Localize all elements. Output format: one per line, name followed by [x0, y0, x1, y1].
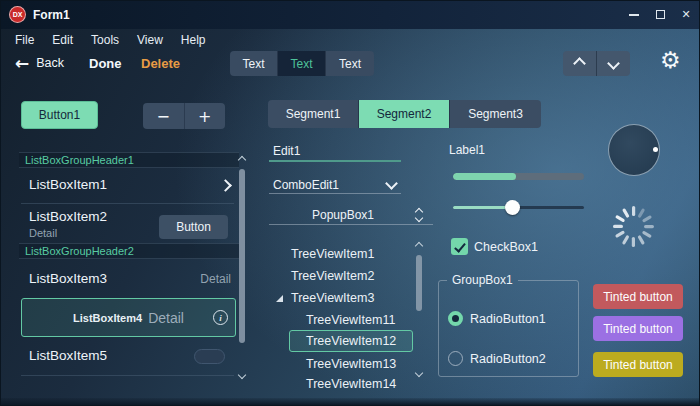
menu-help[interactable]: Help: [179, 32, 208, 48]
comboedit1-underline: [269, 193, 401, 194]
tinted-button-purple[interactable]: Tinted button: [593, 316, 683, 341]
listbox-item-5-toggle-switch[interactable]: [194, 349, 225, 364]
listbox-item-3[interactable]: ListBoxItem3 Detail: [19, 259, 239, 297]
listbox-item-2-label: ListBoxItem2: [29, 209, 107, 224]
menu-file[interactable]: File: [13, 32, 36, 48]
knob-indicator-dot: [653, 147, 658, 152]
edit1-underline: [269, 160, 401, 162]
treeview-item-12-selected[interactable]: TreeViewItem12: [289, 330, 413, 352]
tab-text-1[interactable]: Text: [230, 51, 278, 76]
tab-text-3[interactable]: Text: [326, 51, 374, 76]
window-bottom-frame: [1, 398, 700, 406]
radiobutton2[interactable]: [448, 351, 463, 366]
groupbox1-label: GroupBox1: [447, 273, 518, 287]
listbox-item-5-label: ListBoxItem5: [29, 348, 107, 363]
radiobutton2-label[interactable]: RadioButton2: [470, 352, 546, 366]
segmented-control: Segment1 Segment2 Segment3: [268, 100, 541, 128]
comboedit1-field[interactable]: ComboEdit1: [269, 175, 401, 194]
maximize-icon: [656, 10, 665, 19]
progress-bar: [453, 173, 584, 180]
back-arrow-icon: ←: [15, 55, 29, 72]
settings-gear-button[interactable]: ⚙: [660, 49, 681, 72]
listbox-group-header-2: ListBoxGroupHeader2: [19, 243, 239, 259]
app-window: DX Form1 ✕ File Edit Tools View Help ← B…: [0, 0, 700, 406]
edit1-value: Edit1: [273, 144, 300, 158]
close-button[interactable]: ✕: [675, 4, 697, 25]
radiobutton1-label[interactable]: RadioButton1: [470, 312, 546, 326]
edit1-field[interactable]: Edit1: [269, 140, 401, 162]
listbox-item-4-selected[interactable]: ListBoxItem4 Detail i: [21, 298, 236, 337]
menu-view[interactable]: View: [135, 32, 165, 48]
tinted-button-red[interactable]: Tinted button: [593, 284, 683, 309]
checkbox1-label[interactable]: CheckBox1: [474, 240, 538, 254]
up-button[interactable]: [563, 51, 597, 76]
listbox-item-2-button[interactable]: Button: [159, 215, 228, 239]
checkbox1-box[interactable]: [451, 238, 468, 255]
minus-button[interactable]: −: [143, 103, 185, 129]
listbox-item-2-detail: Detail: [29, 227, 57, 239]
check-icon: [454, 240, 466, 252]
menu-tools[interactable]: Tools: [89, 32, 121, 48]
listbox-scroll-down-icon[interactable]: [238, 371, 246, 379]
close-icon: ✕: [681, 9, 690, 20]
tree-expanded-triangle-icon[interactable]: [275, 294, 284, 303]
treeview-item-3-label: TreeViewItem3: [291, 291, 374, 305]
progress-bar-fill: [453, 173, 516, 180]
chevron-right-icon: [219, 179, 232, 192]
slider-track[interactable]: [453, 206, 584, 209]
treeview-item-12-label: TreeViewItem12: [306, 334, 396, 348]
app-icon: DX: [9, 6, 26, 23]
back-button[interactable]: ← Back: [15, 52, 64, 74]
menu-bar: File Edit Tools View Help: [13, 30, 208, 49]
tree-scrollbar[interactable]: [416, 255, 422, 311]
button1[interactable]: Button1: [21, 101, 98, 129]
gear-icon: ⚙: [660, 47, 681, 73]
comboedit1-value: ComboEdit1: [273, 178, 339, 192]
popupbox1-underline: [269, 224, 433, 225]
title-bar: DX Form1 ✕: [1, 1, 700, 29]
down-button[interactable]: [597, 51, 630, 76]
listbox-item-3-label: ListBoxItem3: [29, 271, 107, 286]
treeview-item-1-label: TreeViewItem1: [291, 247, 374, 261]
up-down-button-group: [563, 51, 630, 76]
segment-3[interactable]: Segment3: [450, 100, 541, 128]
back-label: Back: [36, 56, 64, 70]
chevron-down-icon: [607, 57, 620, 70]
minimize-icon: [629, 14, 639, 16]
popupbox1-control[interactable]: PopupBox1: [269, 205, 433, 225]
treeview-item-14-label: TreeViewItem14: [306, 377, 396, 391]
listbox-item-1[interactable]: ListBoxItem1: [19, 168, 239, 203]
treeview-item-2-label: TreeViewItem2: [291, 269, 374, 283]
slider-fill: [453, 206, 513, 209]
label1: Label1: [449, 143, 485, 157]
menu-edit[interactable]: Edit: [50, 32, 75, 48]
treeview-item-11[interactable]: TreeViewItem11: [269, 309, 456, 331]
maximize-button[interactable]: [649, 4, 671, 25]
segment-1[interactable]: Segment1: [268, 100, 359, 128]
activity-spinner: [611, 204, 656, 249]
stepper-control: − +: [143, 103, 225, 129]
minimize-button[interactable]: [623, 4, 645, 25]
listbox-scrollbar[interactable]: [239, 169, 245, 343]
plus-button[interactable]: +: [185, 103, 226, 129]
listbox-item-3-detail: Detail: [200, 272, 231, 286]
treeview-item-11-label: TreeViewItem11: [306, 313, 395, 327]
tab-text-2-selected[interactable]: Text: [278, 51, 326, 76]
done-button[interactable]: Done: [89, 56, 122, 71]
segment-2-selected[interactable]: Segment2: [359, 100, 450, 128]
listbox-scroll-up-icon[interactable]: [238, 156, 246, 164]
treeview-item-14[interactable]: TreeViewItem14: [269, 375, 456, 393]
listbox-group-header-1: ListBoxGroupHeader1: [19, 152, 239, 168]
window-title: Form1: [33, 8, 70, 22]
delete-button[interactable]: Delete: [141, 56, 180, 71]
treeview-item-3-expanded[interactable]: TreeViewItem3: [269, 287, 425, 309]
radiobutton1-selected[interactable]: [448, 311, 463, 326]
chevron-up-icon: [573, 57, 586, 70]
listbox-bottom-separator: [21, 375, 234, 376]
slider-thumb[interactable]: [505, 200, 520, 215]
knob-dial[interactable]: [608, 124, 660, 176]
listbox-item-4-label: ListBoxItem4: [73, 312, 142, 324]
info-icon[interactable]: i: [213, 310, 228, 325]
treeview-item-13[interactable]: TreeViewItem13: [269, 353, 456, 375]
tinted-button-yellow[interactable]: Tinted button: [593, 352, 683, 377]
